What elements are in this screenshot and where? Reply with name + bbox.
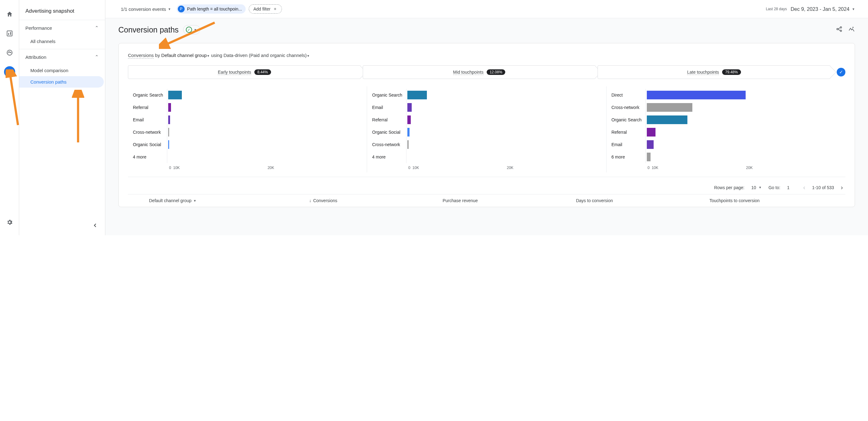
chart-bar-row: Email — [612, 138, 840, 151]
axis-tick: 10K — [412, 166, 507, 170]
chart-axis: 010K20K — [612, 166, 840, 170]
chart-axis: 010K20K — [133, 166, 362, 170]
chart-category-label: 4 more — [372, 155, 406, 159]
table-header-row: Default channel group ▼ ↓ Conversions Pu… — [128, 194, 845, 203]
col-purchase-revenue[interactable]: Purchase revenue — [443, 198, 576, 203]
axis-tick: 20K — [507, 166, 601, 170]
share-icon[interactable] — [836, 26, 843, 34]
chevron-up-icon: ⌃ — [95, 25, 99, 31]
chart-bar-area — [646, 116, 840, 124]
sidebar-item-conversion-paths[interactable]: Conversion paths — [19, 76, 104, 88]
sidebar-section-attribution[interactable]: Attribution ⌃ — [19, 49, 105, 65]
sidebar-section-performance[interactable]: Performance ⌃ — [19, 20, 105, 36]
panel-pct-badge: 8.44% — [254, 69, 271, 75]
chart-bar-area — [406, 116, 601, 124]
sidebar-item-all-channels[interactable]: All channels — [19, 36, 104, 47]
chart-category-label: Organic Search — [612, 117, 646, 122]
chart-bar-area — [406, 91, 601, 99]
chart-category-label: Cross-network — [133, 130, 167, 135]
chart-category-label: 6 more — [612, 155, 646, 159]
chart-category-label: Email — [372, 105, 406, 110]
chart-bar-area — [167, 140, 362, 149]
caret-down-icon: ▼ — [307, 54, 310, 58]
svg-line-6 — [10, 73, 18, 125]
conversion-paths-card: Conversions by Default channel group▼ us… — [118, 43, 855, 207]
insights-icon[interactable] — [848, 26, 855, 34]
goto-input[interactable]: 1 — [787, 185, 797, 190]
col-days-to-conversion[interactable]: Days to conversion — [576, 198, 709, 203]
svg-rect-1 — [8, 33, 9, 35]
chart-category-label: 4 more — [133, 155, 167, 159]
chart-bar — [168, 140, 169, 149]
chart-bar-area — [167, 153, 362, 161]
panel-mid-touchpoints[interactable]: Mid touchpoints 12.08% — [363, 65, 596, 79]
caret-down-icon: ▼ — [758, 186, 762, 189]
add-filter-button[interactable]: Add filter ＋ — [249, 4, 282, 13]
chevron-up-icon: ⌃ — [95, 54, 99, 60]
chart-category-label: Referral — [133, 105, 167, 110]
caret-down-icon: ▼ — [168, 7, 171, 11]
explore-icon[interactable] — [4, 47, 15, 58]
advertising-icon[interactable] — [4, 66, 15, 77]
caret-down-icon: ▼ — [852, 7, 855, 11]
chart-bar-area — [167, 116, 362, 124]
panel-early-touchpoints[interactable]: Early touchpoints 8.44% — [128, 65, 361, 79]
next-page-button[interactable]: › — [841, 184, 843, 191]
date-range-picker[interactable]: Dec 9, 2023 - Jan 5, 2024 ▼ — [790, 6, 855, 12]
conversion-events-dropdown[interactable]: 1/1 conversion events ▼ — [118, 5, 174, 13]
chart-bar-row: Email — [372, 101, 601, 114]
reports-icon[interactable] — [4, 28, 15, 39]
chart-bar-row: 6 more — [612, 151, 840, 163]
col-conversions[interactable]: ↓ Conversions — [309, 198, 443, 203]
path-length-filter-chip[interactable]: P Path length = all touchpoin... — [177, 4, 246, 13]
panel-label: Early touchpoints — [218, 70, 251, 75]
home-icon[interactable] — [4, 9, 15, 20]
chart-bar — [168, 116, 170, 124]
chart-category-label: Referral — [372, 117, 406, 122]
metric-selector[interactable]: Conversions — [128, 53, 154, 59]
panel-label: Late touchpoints — [687, 70, 719, 75]
axis-tick: 0 — [646, 166, 652, 170]
chart-bar — [647, 128, 655, 136]
prev-page-button[interactable]: ‹ — [803, 184, 805, 191]
chart-bar — [407, 140, 409, 149]
card-subheader: Conversions by Default channel group▼ us… — [128, 53, 845, 58]
chart-bar-area — [406, 153, 601, 161]
dimension-selector[interactable]: Default channel group▼ — [161, 53, 210, 58]
bar-chart: DirectCross-networkOrganic SearchReferra… — [607, 86, 845, 172]
axis-tick: 0 — [406, 166, 412, 170]
chart-bar-area — [646, 103, 840, 112]
sort-down-icon: ↓ — [309, 198, 311, 203]
page-title: Conversion paths — [118, 25, 179, 34]
chart-bar-row: 4 more — [133, 151, 362, 163]
chart-bar-row: Organic Social — [372, 126, 601, 138]
sidebar-item-model-comparison[interactable]: Model comparison — [19, 65, 104, 76]
status-dropdown[interactable]: ✓ ▼ — [183, 25, 200, 34]
chart-bar-row: Cross-network — [133, 126, 362, 138]
model-selector[interactable]: Data-driven (Paid and organic channels)▼ — [223, 53, 309, 58]
chart-bar-area — [167, 91, 362, 99]
svg-rect-0 — [7, 31, 12, 36]
admin-gear-icon[interactable] — [4, 217, 15, 228]
chart-bar — [407, 103, 412, 112]
chart-bar-row: 4 more — [372, 151, 601, 163]
caret-down-icon: ▼ — [193, 199, 196, 202]
chart-bar — [407, 128, 409, 136]
dimension-column-dropdown[interactable]: Default channel group ▼ — [130, 198, 309, 203]
collapse-sidebar-button[interactable] — [92, 222, 98, 230]
col-touchpoints-to-conversion[interactable]: Touchpoints to conversion — [709, 198, 843, 203]
chart-bar-row: Cross-network — [372, 138, 601, 151]
rows-per-page-select[interactable]: 10 ▼ — [751, 185, 762, 190]
chart-bar-row: Cross-network — [612, 101, 840, 114]
chart-axis: 010K20K — [372, 166, 601, 170]
filter-chip-letter: P — [178, 6, 185, 12]
chart-bar-area — [406, 140, 601, 149]
panel-late-touchpoints[interactable]: Late touchpoints 79.48% — [597, 65, 831, 79]
chart-bar-row: Email — [133, 114, 362, 126]
nav-rail — [0, 0, 19, 235]
sidebar: Advertising snapshot Performance ⌃ All c… — [19, 0, 105, 235]
chart-bar-area — [406, 128, 601, 136]
chart-bar-area — [646, 153, 840, 161]
axis-tick: 20K — [268, 166, 362, 170]
chart-category-label: Organic Social — [133, 142, 167, 147]
